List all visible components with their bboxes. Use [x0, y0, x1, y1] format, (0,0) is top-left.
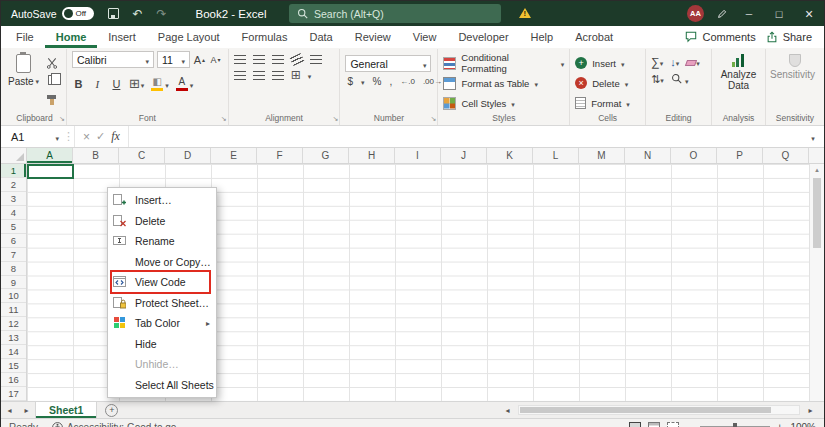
- ink-button[interactable]: [710, 1, 734, 26]
- context-menu-item-hide[interactable]: Hide: [108, 334, 216, 355]
- row-header-14[interactable]: 14: [1, 345, 26, 359]
- ribbon-tab-file[interactable]: File: [5, 26, 45, 48]
- italic-button[interactable]: I: [91, 76, 104, 91]
- row-header-3[interactable]: 3: [1, 192, 26, 206]
- search-box[interactable]: Search (Alt+Q): [289, 4, 501, 23]
- column-header-b[interactable]: B: [73, 148, 119, 163]
- row-header-7[interactable]: 7: [1, 248, 26, 262]
- column-header-h[interactable]: H: [349, 148, 395, 163]
- column-header-a[interactable]: A: [27, 148, 73, 163]
- ribbon-tab-page-layout[interactable]: Page Layout: [147, 26, 231, 48]
- name-box[interactable]: A1: [1, 126, 63, 147]
- autosum-button[interactable]: [651, 55, 663, 69]
- cell-styles-button[interactable]: Cell Styles: [443, 95, 514, 111]
- format-as-table-button[interactable]: Format as Table: [443, 75, 537, 91]
- confirm-entry-icon[interactable]: [96, 130, 105, 143]
- ribbon-tab-view[interactable]: View: [402, 26, 448, 48]
- cut-button[interactable]: [43, 55, 60, 70]
- column-header-l[interactable]: L: [533, 148, 579, 163]
- sheet-nav-right-icon[interactable]: [18, 402, 35, 418]
- autosave-toggle[interactable]: AutoSave Off: [1, 7, 102, 20]
- delete-cells-button[interactable]: Delete: [575, 75, 628, 91]
- horizontal-scroll-thumb[interactable]: [520, 407, 771, 413]
- ribbon-tab-data[interactable]: Data: [298, 26, 343, 48]
- context-menu-item-delete[interactable]: Delete: [108, 211, 216, 232]
- currency-button[interactable]: $: [347, 76, 353, 87]
- accessibility-status[interactable]: Accessibility: Good to go: [52, 422, 177, 427]
- clear-button[interactable]: [686, 56, 700, 68]
- align-right-icon[interactable]: [272, 71, 284, 80]
- column-header-f[interactable]: F: [257, 148, 303, 163]
- bold-button[interactable]: B: [72, 76, 85, 91]
- column-header-g[interactable]: G: [303, 148, 349, 163]
- expand-formula-bar-button[interactable]: [802, 126, 824, 147]
- dialog-launcher-icon[interactable]: [221, 115, 227, 123]
- column-header-q[interactable]: Q: [763, 148, 809, 163]
- align-top-icon[interactable]: [234, 55, 246, 64]
- context-menu-item-tab-color[interactable]: Tab Color: [108, 313, 216, 334]
- row-header-4[interactable]: 4: [1, 206, 26, 220]
- zoom-level[interactable]: 100%: [790, 422, 816, 427]
- paste-button[interactable]: Paste: [8, 51, 39, 87]
- save-button[interactable]: [102, 1, 126, 26]
- align-left-icon[interactable]: [234, 71, 246, 80]
- row-header-12[interactable]: 12: [1, 317, 26, 331]
- row-header-5[interactable]: 5: [1, 220, 26, 234]
- selected-cell-a1[interactable]: [27, 164, 74, 179]
- select-all-corner[interactable]: [1, 148, 27, 163]
- font-name-combo[interactable]: Calibri: [72, 51, 154, 68]
- column-header-m[interactable]: M: [579, 148, 625, 163]
- ribbon-tab-help[interactable]: Help: [520, 26, 565, 48]
- formula-input[interactable]: [128, 126, 802, 147]
- minimize-button[interactable]: [734, 1, 764, 26]
- dialog-launcher-icon[interactable]: [431, 115, 437, 123]
- insert-cells-button[interactable]: Insert: [575, 55, 624, 71]
- autosave-switch[interactable]: Off: [62, 7, 94, 20]
- row-header-13[interactable]: 13: [1, 331, 26, 345]
- cancel-entry-icon[interactable]: [83, 130, 90, 144]
- orientation-icon[interactable]: [289, 53, 304, 66]
- context-menu-item-view-code[interactable]: View Code: [108, 272, 216, 293]
- increase-decimal-button[interactable]: ←.0: [400, 77, 415, 86]
- underline-button[interactable]: U: [110, 76, 123, 91]
- vertical-scrollbar[interactable]: [809, 164, 824, 401]
- column-header-i[interactable]: I: [395, 148, 441, 163]
- sort-filter-button[interactable]: [651, 73, 664, 86]
- row-header-10[interactable]: 10: [1, 289, 26, 303]
- percent-button[interactable]: %: [373, 76, 382, 87]
- comments-button[interactable]: Comments: [685, 31, 755, 43]
- horizontal-scrollbar[interactable]: [494, 402, 824, 418]
- wrap-text-icon[interactable]: [310, 55, 322, 64]
- ribbon-tab-acrobat[interactable]: Acrobat: [564, 26, 624, 48]
- row-header-9[interactable]: 9: [1, 276, 26, 290]
- column-header-d[interactable]: D: [165, 148, 211, 163]
- row-header-1[interactable]: 1: [1, 164, 26, 178]
- row-header-17[interactable]: 17: [1, 387, 26, 401]
- context-menu-item-insert[interactable]: Insert…: [108, 190, 216, 211]
- borders-button[interactable]: [129, 76, 144, 91]
- zoom-out-button[interactable]: [686, 421, 692, 427]
- row-header-6[interactable]: 6: [1, 234, 26, 248]
- vertical-scroll-thumb[interactable]: [813, 178, 821, 248]
- scroll-up-icon[interactable]: [810, 164, 824, 174]
- increase-font-button[interactable]: [193, 52, 206, 67]
- column-header-j[interactable]: J: [441, 148, 487, 163]
- ribbon-tab-insert[interactable]: Insert: [97, 26, 147, 48]
- align-middle-icon[interactable]: [253, 55, 265, 64]
- maximize-button[interactable]: [764, 1, 794, 26]
- column-header-k[interactable]: K: [487, 148, 533, 163]
- fill-color-button[interactable]: [150, 76, 169, 91]
- font-size-combo[interactable]: 11: [157, 51, 190, 68]
- format-painter-button[interactable]: [43, 89, 60, 104]
- align-center-icon[interactable]: [253, 71, 265, 80]
- align-bottom-icon[interactable]: [272, 55, 284, 64]
- context-menu-item-rename[interactable]: Rename: [108, 231, 216, 252]
- insert-function-button[interactable]: fx: [111, 129, 120, 144]
- close-button[interactable]: [794, 1, 824, 26]
- ribbon-tab-review[interactable]: Review: [344, 26, 402, 48]
- zoom-slider-thumb[interactable]: [733, 423, 737, 427]
- font-color-button[interactable]: A: [175, 76, 194, 91]
- avatar[interactable]: AA: [687, 5, 704, 22]
- new-sheet-button[interactable]: [105, 404, 118, 417]
- dialog-launcher-icon[interactable]: [333, 115, 339, 123]
